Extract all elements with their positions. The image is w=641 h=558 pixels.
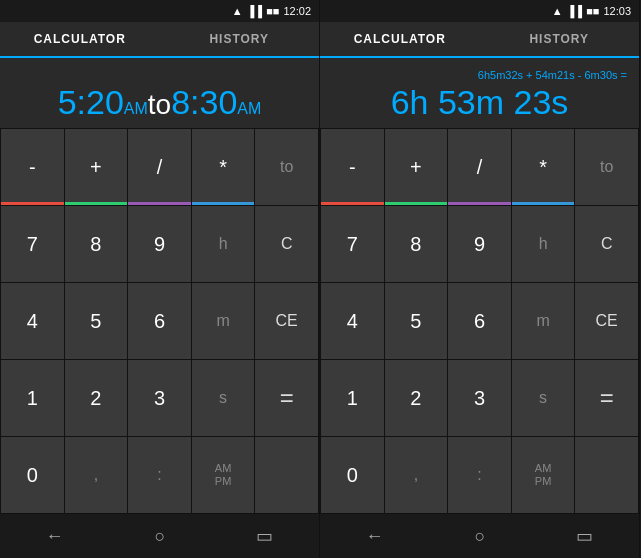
key-colon-2[interactable]: :: [448, 437, 511, 513]
key-ce-2[interactable]: CE: [575, 283, 638, 359]
result-am-start: AM: [124, 100, 148, 117]
key-1-2[interactable]: 1: [321, 360, 384, 436]
tab-history-1[interactable]: HISTORY: [160, 22, 320, 56]
key-9-2[interactable]: 9: [448, 206, 511, 282]
formula-2: 6h5m32s + 54m21s - 6m30s =: [332, 69, 627, 81]
key-divide-2[interactable]: /: [448, 129, 511, 205]
status-bar-2: ▲ ▐▐ ■■ 12:03: [320, 0, 639, 22]
result-am-end: AM: [237, 100, 261, 117]
tab-calculator-1[interactable]: CALCULATOR: [0, 22, 160, 56]
key-colon-1[interactable]: :: [128, 437, 191, 513]
key-4-1[interactable]: 4: [1, 283, 64, 359]
back-button-2[interactable]: ←: [366, 526, 384, 547]
battery-icon-2: ■■: [586, 5, 599, 17]
key-2-1[interactable]: 2: [65, 360, 128, 436]
key-equals-1[interactable]: =: [255, 360, 318, 436]
key-ampm-1[interactable]: AMPM: [192, 437, 255, 513]
key-h-2[interactable]: h: [512, 206, 575, 282]
key-9-1[interactable]: 9: [128, 206, 191, 282]
battery-icon: ■■: [266, 5, 279, 17]
result-main-2: 6h 53m 23s: [391, 83, 569, 121]
tabs-1: CALCULATOR HISTORY: [0, 22, 319, 58]
nav-bar-2: ← ○ ▭: [320, 514, 639, 558]
key-comma-1[interactable]: ,: [65, 437, 128, 513]
key-1-1[interactable]: 1: [1, 360, 64, 436]
phone-1: ▲ ▐▐ ■■ 12:02 CALCULATOR HISTORY 5:20AMt…: [0, 0, 320, 558]
key-to-2[interactable]: to: [575, 129, 638, 205]
key-minus-1[interactable]: -: [1, 129, 64, 205]
key-2-2[interactable]: 2: [385, 360, 448, 436]
key-7-1[interactable]: 7: [1, 206, 64, 282]
tab-history-2[interactable]: HISTORY: [480, 22, 640, 56]
key-4-2[interactable]: 4: [321, 283, 384, 359]
home-button-2[interactable]: ○: [475, 526, 486, 547]
key-5-2[interactable]: 5: [385, 283, 448, 359]
home-button-1[interactable]: ○: [155, 526, 166, 547]
status-bar-1: ▲ ▐▐ ■■ 12:02: [0, 0, 319, 22]
key-multiply-2[interactable]: *: [512, 129, 575, 205]
key-m-2[interactable]: m: [512, 283, 575, 359]
result-2: 6h 53m 23s: [332, 83, 627, 122]
key-minus-2[interactable]: -: [321, 129, 384, 205]
signal-icon-2: ▐▐: [567, 5, 583, 17]
key-s-2[interactable]: s: [512, 360, 575, 436]
key-to-1[interactable]: to: [255, 129, 318, 205]
key-plus-1[interactable]: +: [65, 129, 128, 205]
key-0-1[interactable]: 0: [1, 437, 64, 513]
key-3-1[interactable]: 3: [128, 360, 191, 436]
display-2: 6h5m32s + 54m21s - 6m30s = 6h 53m 23s: [320, 58, 639, 128]
result-1: 5:20AMto8:30AM: [12, 83, 307, 122]
key-empty-2: [575, 437, 638, 513]
key-5-1[interactable]: 5: [65, 283, 128, 359]
recent-button-1[interactable]: ▭: [256, 525, 273, 547]
key-c-2[interactable]: C: [575, 206, 638, 282]
tab-calculator-2[interactable]: CALCULATOR: [320, 22, 480, 56]
signal-icon: ▐▐: [247, 5, 263, 17]
key-m-1[interactable]: m: [192, 283, 255, 359]
result-to: to: [148, 89, 171, 120]
key-8-1[interactable]: 8: [65, 206, 128, 282]
nav-bar-1: ← ○ ▭: [0, 514, 319, 558]
phone-2: ▲ ▐▐ ■■ 12:03 CALCULATOR HISTORY 6h5m32s…: [320, 0, 640, 558]
key-multiply-1[interactable]: *: [192, 129, 255, 205]
key-divide-1[interactable]: /: [128, 129, 191, 205]
keypad-2: - + / * to 7 8 9 h C 4 5 6 m CE 1 2: [320, 128, 639, 514]
key-equals-2[interactable]: =: [575, 360, 638, 436]
key-s-1[interactable]: s: [192, 360, 255, 436]
key-0-2[interactable]: 0: [321, 437, 384, 513]
display-1: 5:20AMto8:30AM: [0, 58, 319, 128]
key-8-2[interactable]: 8: [385, 206, 448, 282]
keypad-1: - + / * to 7 8 9 h C 4 5 6 m CE 1 2: [0, 128, 319, 514]
key-h-1[interactable]: h: [192, 206, 255, 282]
result-time-end: 8:30: [171, 83, 237, 121]
key-7-2[interactable]: 7: [321, 206, 384, 282]
time-1: 12:02: [283, 5, 311, 17]
key-plus-2[interactable]: +: [385, 129, 448, 205]
key-ampm-2[interactable]: AMPM: [512, 437, 575, 513]
key-3-2[interactable]: 3: [448, 360, 511, 436]
key-6-2[interactable]: 6: [448, 283, 511, 359]
wifi-icon-2: ▲: [552, 5, 563, 17]
key-c-1[interactable]: C: [255, 206, 318, 282]
key-empty-1: [255, 437, 318, 513]
key-comma-2[interactable]: ,: [385, 437, 448, 513]
key-ce-1[interactable]: CE: [255, 283, 318, 359]
key-6-1[interactable]: 6: [128, 283, 191, 359]
recent-button-2[interactable]: ▭: [576, 525, 593, 547]
time-2: 12:03: [603, 5, 631, 17]
back-button-1[interactable]: ←: [46, 526, 64, 547]
wifi-icon: ▲: [232, 5, 243, 17]
tabs-2: CALCULATOR HISTORY: [320, 22, 639, 58]
result-time-start: 5:20: [58, 83, 124, 121]
